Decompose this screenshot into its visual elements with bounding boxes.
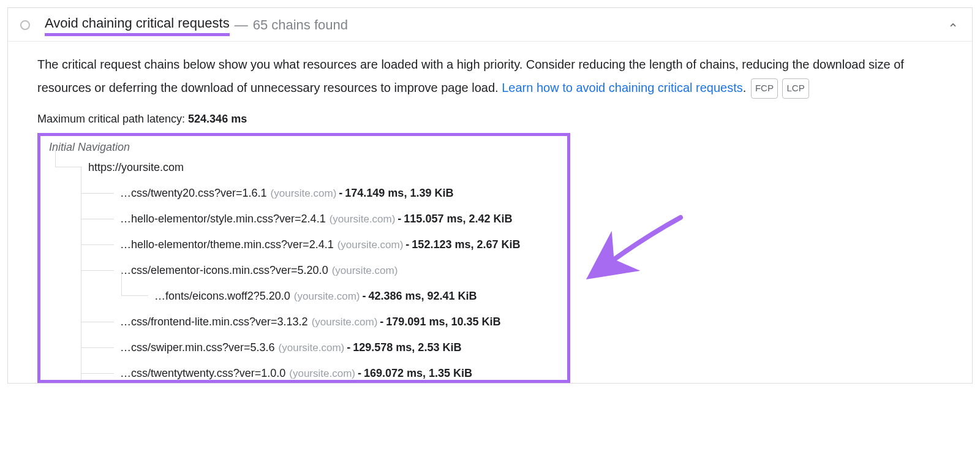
resource-host: (yoursite.com) bbox=[312, 315, 378, 330]
resource-path[interactable]: …hello-elementor/theme.min.css?ver=2.4.1 bbox=[120, 237, 334, 252]
annotation-arrow-icon bbox=[589, 214, 687, 276]
resource-stats: 115.057 ms, 2.42 KiB bbox=[404, 211, 512, 227]
max-latency: Maximum critical path latency: 524.346 m… bbox=[37, 113, 952, 126]
root-url: https://yoursite.com bbox=[88, 160, 184, 175]
resource-host: (yoursite.com) bbox=[289, 366, 355, 381]
resource-host: (yoursite.com) bbox=[271, 186, 337, 201]
resource-path[interactable]: …css/frontend-lite.min.css?ver=3.13.2 bbox=[120, 314, 308, 330]
metric-tag-lcp: LCP bbox=[782, 78, 809, 99]
tree-item: …fonts/eicons.woff2?5.20.0(yoursite.com)… bbox=[88, 284, 559, 309]
resource-path[interactable]: …hello-elementor/style.min.css?ver=2.4.1 bbox=[120, 211, 326, 227]
metric-tag-fcp: FCP bbox=[751, 78, 778, 99]
resource-stats: 169.072 ms, 1.35 KiB bbox=[364, 366, 472, 381]
audit-header[interactable]: Avoid chaining critical requests — 65 ch… bbox=[8, 8, 972, 42]
learn-more-link[interactable]: Learn how to avoid chaining critical req… bbox=[502, 81, 743, 94]
latency-label: Maximum critical path latency: bbox=[37, 113, 188, 125]
resource-host: (yoursite.com) bbox=[279, 341, 345, 355]
chain-tree-highlight: Initial Navigation https://yoursite.com … bbox=[37, 133, 570, 383]
tree-item: …css/twenty20.css?ver=1.6.1(yoursite.com… bbox=[88, 181, 559, 206]
resource-host: (yoursite.com) bbox=[332, 263, 398, 278]
tree-item: …hello-elementor/style.min.css?ver=2.4.1… bbox=[88, 206, 559, 232]
resource-stats: 129.578 ms, 2.53 KiB bbox=[353, 340, 461, 355]
resource-stats: 179.091 ms, 10.35 KiB bbox=[386, 314, 500, 330]
status-icon bbox=[20, 20, 30, 30]
resource-host: (yoursite.com) bbox=[330, 212, 396, 227]
resource-path[interactable]: …css/elementor-icons.min.css?ver=5.20.0 bbox=[120, 263, 328, 278]
resource-stats: 42.386 ms, 92.41 KiB bbox=[369, 289, 477, 304]
tree-item: …hello-elementor/theme.min.css?ver=2.4.1… bbox=[88, 232, 559, 258]
audit-body: The critical request chains below show y… bbox=[8, 42, 972, 383]
chevron-up-icon[interactable] bbox=[946, 18, 960, 32]
title-underline bbox=[45, 33, 230, 36]
audit-panel: Avoid chaining critical requests — 65 ch… bbox=[7, 7, 973, 384]
resource-path[interactable]: …css/twentytwenty.css?ver=1.0.0 bbox=[120, 366, 285, 381]
tree-item: …css/swiper.min.css?ver=5.3.6(yoursite.c… bbox=[88, 335, 559, 361]
tree-root: https://yoursite.com …css/twenty20.css?v… bbox=[49, 155, 559, 383]
chain-tree: https://yoursite.com …css/twenty20.css?v… bbox=[49, 155, 559, 383]
resource-stats: 174.149 ms, 1.39 KiB bbox=[345, 186, 453, 201]
separator: — bbox=[235, 17, 248, 33]
resource-path[interactable]: …css/twenty20.css?ver=1.6.1 bbox=[120, 186, 267, 201]
tree-item: …css/elementor-icons.min.css?ver=5.20.0(… bbox=[88, 258, 559, 284]
resource-path[interactable]: …css/swiper.min.css?ver=5.3.6 bbox=[120, 340, 275, 355]
resource-host: (yoursite.com) bbox=[294, 289, 360, 304]
audit-description: The critical request chains below show y… bbox=[37, 53, 952, 99]
latency-value: 524.346 ms bbox=[188, 113, 247, 125]
audit-title: Avoid chaining critical requests bbox=[45, 15, 230, 35]
audit-subtitle: 65 chains found bbox=[253, 17, 348, 33]
resource-path[interactable]: …fonts/eicons.woff2?5.20.0 bbox=[154, 289, 290, 304]
tree-item: …css/twentytwenty.css?ver=1.0.0(yoursite… bbox=[88, 361, 559, 383]
resource-host: (yoursite.com) bbox=[337, 238, 404, 252]
initial-navigation-label: Initial Navigation bbox=[49, 141, 559, 154]
resource-stats: 152.123 ms, 2.67 KiB bbox=[412, 237, 520, 252]
tree-item: …css/frontend-lite.min.css?ver=3.13.2(yo… bbox=[88, 309, 559, 335]
